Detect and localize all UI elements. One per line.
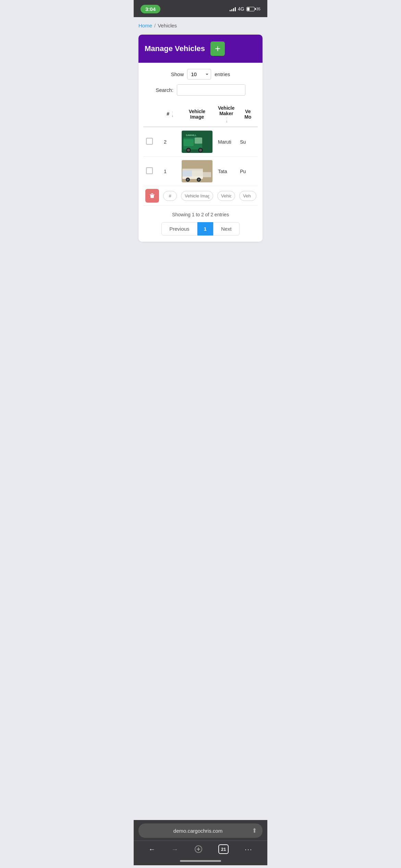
show-label: Show <box>171 71 184 77</box>
vehicles-table-wrapper: # ↑↓ VehicleImage VehicleMaker ↑↓ <box>143 102 258 206</box>
row2-image <box>179 157 215 186</box>
entries-label: entries <box>215 71 230 77</box>
tabs-button[interactable]: 21 <box>218 844 229 854</box>
back-button[interactable]: ← <box>148 845 155 853</box>
col-header-image: VehicleImage <box>179 102 215 127</box>
footer-model-cell <box>237 186 258 206</box>
svg-rect-12 <box>182 170 192 177</box>
svg-rect-23 <box>153 195 153 197</box>
row1-image: SAWHILL <box>179 127 215 157</box>
battery-icon <box>246 7 255 11</box>
maker-sort-icon[interactable]: ↑↓ <box>226 116 228 123</box>
footer-image-cell: Vehicle Image <box>179 186 215 206</box>
svg-point-16 <box>187 179 189 181</box>
svg-point-5 <box>187 149 190 152</box>
url-bar[interactable]: demo.cargochris.com ⬆ <box>138 823 263 838</box>
row2-maker: Tata <box>215 157 237 186</box>
show-entries-row: Show 10 25 50 100 entries <box>143 69 258 80</box>
footer-model-input[interactable] <box>239 191 256 201</box>
breadcrumb: Home / Vehicles <box>138 23 263 28</box>
url-text: demo.cargochris.com <box>144 828 252 834</box>
row2-num: 1 <box>161 157 179 186</box>
svg-point-7 <box>199 149 202 152</box>
row2-checkbox[interactable] <box>146 167 153 174</box>
card-header: Manage Vehicles + <box>138 35 263 63</box>
pagination-controls: Previous 1 Next <box>143 222 258 236</box>
table-header-row: # ↑↓ VehicleImage VehicleMaker ↑↓ <box>143 102 258 127</box>
manage-vehicles-card: Manage Vehicles + Show 10 25 50 100 entr… <box>138 35 263 242</box>
next-button[interactable]: Next <box>213 222 240 236</box>
main-content: Home / Vehicles Manage Vehicles + Show 1… <box>134 17 267 820</box>
table-row: 1 <box>143 157 258 186</box>
num-sort-icon[interactable]: ↑↓ <box>172 111 173 118</box>
search-label: Search: <box>156 87 173 93</box>
row2-vehicle-image <box>182 160 212 182</box>
breadcrumb-separator: / <box>154 23 156 28</box>
row2-check-cell <box>143 157 161 186</box>
battery-percent: 35 <box>256 7 260 11</box>
col-header-maker[interactable]: VehicleMaker ↑↓ <box>215 102 237 127</box>
svg-point-18 <box>198 179 200 181</box>
signal-icon <box>230 7 236 11</box>
home-bar <box>180 860 221 862</box>
status-right: 4G 35 <box>230 6 260 12</box>
more-button[interactable]: ··· <box>245 845 253 853</box>
add-vehicle-button[interactable]: + <box>210 41 225 56</box>
search-input[interactable] <box>177 84 245 96</box>
breadcrumb-home-link[interactable]: Home <box>138 23 152 28</box>
footer-delete-cell <box>143 186 161 206</box>
trash-icon <box>149 193 155 199</box>
pagination-info: Showing 1 to 2 of 2 entries <box>143 212 258 217</box>
footer-maker-input[interactable] <box>217 191 235 201</box>
svg-rect-14 <box>182 169 203 170</box>
svg-text:SAWHILL: SAWHILL <box>186 134 197 136</box>
row1-vehicle-image: SAWHILL <box>182 131 212 153</box>
status-time: 3:04 <box>141 5 160 13</box>
footer-image-input[interactable] <box>181 191 213 201</box>
browser-bar: demo.cargochris.com ⬆ <box>134 820 267 841</box>
col-header-model: VeMo <box>237 102 258 127</box>
svg-rect-22 <box>151 195 152 197</box>
share-icon[interactable]: ⬆ <box>252 827 257 834</box>
row1-model: Su <box>237 127 258 157</box>
search-row: Search: <box>143 84 258 96</box>
row1-check-cell <box>143 127 161 157</box>
dots-icon: ··· <box>245 845 253 853</box>
col-header-num[interactable]: # ↑↓ <box>161 102 179 127</box>
breadcrumb-current: Vehicles <box>158 23 177 28</box>
row1-maker: Maruti <box>215 127 237 157</box>
card-body: Show 10 25 50 100 entries Search: <box>138 63 263 242</box>
col-header-check <box>143 102 161 127</box>
row1-num: 2 <box>161 127 179 157</box>
svg-rect-21 <box>151 193 153 194</box>
page-title: Manage Vehicles <box>145 44 205 53</box>
new-tab-button[interactable] <box>194 845 203 853</box>
entries-select[interactable]: 10 25 50 100 <box>187 69 211 80</box>
plus-circle-icon <box>194 845 203 853</box>
network-label: 4G <box>238 6 244 12</box>
footer-num-input[interactable] <box>163 191 177 201</box>
tab-count: 21 <box>218 844 229 854</box>
previous-button[interactable]: Previous <box>161 222 197 236</box>
forward-button[interactable]: → <box>171 845 178 853</box>
svg-rect-20 <box>150 194 155 195</box>
vehicles-table: # ↑↓ VehicleImage VehicleMaker ↑↓ <box>143 102 258 206</box>
page-1-button[interactable]: 1 <box>197 222 213 236</box>
svg-rect-19 <box>203 172 211 177</box>
table-footer-row: Vehicle Image <box>143 186 258 206</box>
home-indicator <box>134 858 267 865</box>
row1-checkbox[interactable] <box>146 138 153 145</box>
table-row: 2 <box>143 127 258 157</box>
svg-rect-3 <box>195 137 202 144</box>
browser-nav: ← → 21 ··· <box>134 841 267 858</box>
svg-rect-2 <box>183 139 194 146</box>
svg-rect-8 <box>202 141 211 148</box>
delete-button[interactable] <box>145 189 159 203</box>
row2-model: Pu <box>237 157 258 186</box>
footer-maker-cell <box>215 186 237 206</box>
status-bar: 3:04 4G 35 <box>134 0 267 17</box>
footer-num-cell <box>161 186 179 206</box>
